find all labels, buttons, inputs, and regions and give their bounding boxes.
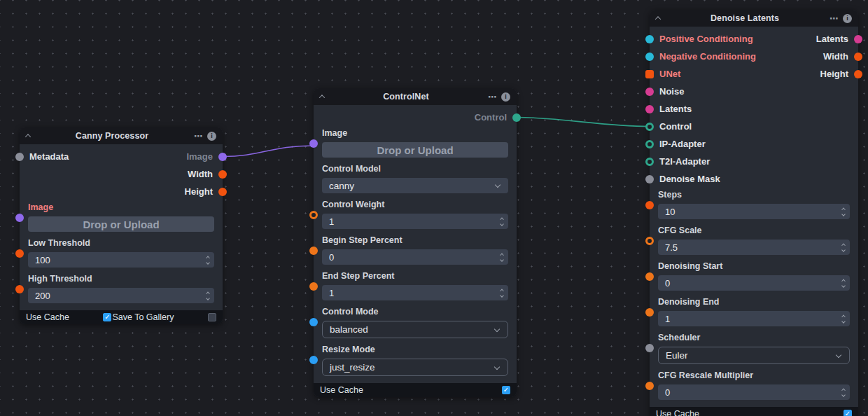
port-row: Latents <box>650 100 858 118</box>
save-to-gallery-checkbox[interactable] <box>208 313 216 321</box>
noise-handle[interactable] <box>645 88 654 96</box>
output-port-height: Height <box>820 65 858 83</box>
collapse-node-icon[interactable] <box>319 95 325 100</box>
height-output-handle[interactable] <box>218 188 227 196</box>
port-row: Width <box>20 165 223 183</box>
denoising-end-input[interactable]: 1 <box>658 311 850 326</box>
number-stepper-icon[interactable] <box>500 217 503 226</box>
use-cache-checkbox[interactable]: ✓ <box>502 386 510 394</box>
number-stepper-icon[interactable] <box>206 256 209 264</box>
output-port-height: Height <box>185 183 223 200</box>
control-mode-select[interactable]: balanced <box>322 321 508 338</box>
number-stepper-icon[interactable] <box>842 388 845 396</box>
use-cache-label: Use Cache <box>656 409 699 416</box>
chevron-down-icon <box>494 326 500 332</box>
t2i-adapter-handle[interactable] <box>645 158 654 166</box>
denoising-start-input[interactable]: 0 <box>658 275 850 291</box>
port-row: T2I-Adapter <box>650 153 858 170</box>
node-title: Canny Processor <box>34 131 190 141</box>
node-header[interactable]: Denoise Latents ⋯ i <box>650 10 858 27</box>
metadata-handle[interactable] <box>15 153 24 161</box>
control-weight-handle[interactable] <box>309 211 318 219</box>
cfg-scale-handle[interactable] <box>645 237 654 245</box>
field-cfg-rescale-multiplier: CFG Rescale Multiplier 0 <box>650 370 858 400</box>
control-weight-input[interactable]: 1 <box>322 214 508 229</box>
input-port-positive-conditioning: Positive Conditioning <box>650 30 753 48</box>
high-threshold-handle[interactable] <box>15 285 24 293</box>
negative-conditioning-handle[interactable] <box>645 53 654 61</box>
node-header[interactable]: Canny Processor ⋯ i <box>20 127 223 144</box>
scheduler-handle[interactable] <box>645 344 654 352</box>
input-port-unet: UNet <box>650 65 680 83</box>
steps-input[interactable]: 10 <box>658 204 850 219</box>
number-stepper-icon[interactable] <box>842 279 845 287</box>
image-output-handle[interactable] <box>218 153 227 161</box>
use-cache-checkbox[interactable]: ✓ <box>844 410 852 416</box>
low-threshold-input[interactable]: 100 <box>28 252 214 268</box>
ip-adapter-handle[interactable] <box>645 140 654 148</box>
resize-mode-handle[interactable] <box>309 356 318 364</box>
scheduler-select[interactable]: Euler <box>658 347 850 364</box>
node-menu-icon[interactable]: ⋯ <box>488 92 497 102</box>
image-input-handle[interactable] <box>15 214 24 222</box>
controlnet-node[interactable]: ControlNet ⋯ i Control Image Drop or Upl… <box>314 88 517 397</box>
node-footer: Use Cache ✓ Save To Gallery <box>20 310 223 324</box>
port-row: Denoise Mask <box>650 170 858 188</box>
end-step-percent-input[interactable]: 1 <box>322 285 508 300</box>
node-footer: Use Cache ✓ <box>650 407 858 416</box>
port-row: IP-Adapter <box>650 135 858 153</box>
node-menu-icon[interactable]: ⋯ <box>194 132 203 141</box>
control-output-handle[interactable] <box>512 113 521 122</box>
use-cache-label: Use Cache <box>320 385 363 395</box>
begin-step-percent-handle[interactable] <box>309 247 318 255</box>
width-output-handle[interactable] <box>854 53 862 61</box>
node-info-icon[interactable]: i <box>843 14 852 23</box>
cfg-rescale-multiplier-handle[interactable] <box>645 382 654 390</box>
denoise-mask-handle[interactable] <box>645 175 654 183</box>
output-port-control: Control <box>475 109 517 126</box>
control-input-handle[interactable] <box>645 123 654 131</box>
latents-input-handle[interactable] <box>645 105 654 113</box>
canny-processor-node[interactable]: Canny Processor ⋯ i Metadata Image Width… <box>20 127 223 324</box>
cfg-rescale-multiplier-input[interactable]: 0 <box>658 384 850 400</box>
edge-image-connection[interactable] <box>223 146 314 157</box>
number-stepper-icon[interactable] <box>206 291 209 300</box>
number-stepper-icon[interactable] <box>842 314 845 323</box>
height-output-handle[interactable] <box>854 70 862 78</box>
edge-control-connection[interactable] <box>517 118 650 127</box>
unet-handle[interactable] <box>645 70 654 78</box>
image-dropzone[interactable]: Drop or Upload <box>322 142 508 158</box>
denoising-end-handle[interactable] <box>645 308 654 317</box>
resize-mode-select[interactable]: just_resize <box>322 359 508 376</box>
denoise-latents-node[interactable]: Denoise Latents ⋯ i Positive Conditionin… <box>650 10 858 416</box>
node-menu-icon[interactable]: ⋯ <box>830 14 839 23</box>
node-info-icon[interactable]: i <box>207 132 216 141</box>
denoising-start-handle[interactable] <box>645 272 654 281</box>
control-mode-handle[interactable] <box>309 318 318 326</box>
input-port-ip-adapter: IP-Adapter <box>650 135 706 153</box>
workflow-canvas[interactable]: { "icons": { "menu": "⋯", "info": "i", "… <box>0 0 868 416</box>
save-to-gallery-label: Save To Gallery <box>112 312 174 322</box>
image-input-handle[interactable] <box>309 139 318 148</box>
number-stepper-icon[interactable] <box>842 207 845 216</box>
high-threshold-input[interactable]: 200 <box>28 288 214 303</box>
width-output-handle[interactable] <box>218 170 227 179</box>
cfg-scale-input[interactable]: 7.5 <box>658 240 850 255</box>
image-dropzone[interactable]: Drop or Upload <box>28 216 214 232</box>
control-model-select[interactable]: canny <box>322 178 508 193</box>
collapse-node-icon[interactable] <box>655 16 661 22</box>
positive-conditioning-handle[interactable] <box>645 35 654 43</box>
node-info-icon[interactable]: i <box>501 92 510 102</box>
begin-step-percent-input[interactable]: 0 <box>322 249 508 265</box>
use-cache-checkbox[interactable]: ✓ <box>103 313 111 321</box>
number-stepper-icon[interactable] <box>500 289 503 297</box>
number-stepper-icon[interactable] <box>500 253 503 261</box>
low-threshold-handle[interactable] <box>15 249 24 258</box>
collapse-node-icon[interactable] <box>25 134 31 139</box>
steps-handle[interactable] <box>645 201 654 209</box>
node-header[interactable]: ControlNet ⋯ i <box>314 88 517 105</box>
field-image: Image Drop or Upload <box>314 127 517 158</box>
end-step-percent-handle[interactable] <box>309 282 318 291</box>
latents-output-handle[interactable] <box>854 35 862 43</box>
number-stepper-icon[interactable] <box>842 243 845 251</box>
